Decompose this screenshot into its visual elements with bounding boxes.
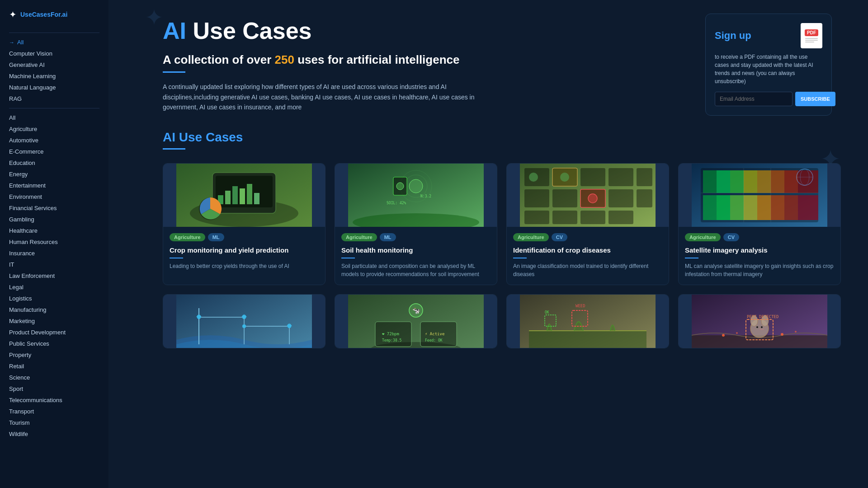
brand-name[interactable]: UseCasesFor.ai — [20, 11, 67, 18]
use-case-card[interactable]: AgricultureMLPrecision irrigation manage… — [163, 294, 326, 348]
sidebar-industry-legal[interactable]: Legal — [0, 282, 108, 293]
sidebar-industry-telecommunications[interactable]: Telecommunications — [0, 394, 108, 406]
use-case-card[interactable]: SOIL: 42% N:3.2 AgricultureMLSoil health… — [335, 163, 497, 285]
section-title: AI Use Cases — [163, 130, 841, 145]
svg-text:WEED: WEED — [576, 304, 585, 308]
sidebar-item-label: Retail — [9, 363, 24, 370]
sidebar-item-label: Science — [9, 374, 30, 381]
card-tags: AgricultureCV — [513, 233, 662, 241]
hero-description: A continually updated list exploring how… — [163, 82, 488, 112]
svg-rect-52 — [717, 195, 730, 220]
sidebar-industry-e-commerce[interactable]: E-Commerce — [0, 146, 108, 157]
card-title-underline — [513, 258, 527, 258]
sidebar-industry-agriculture[interactable]: Agriculture — [0, 123, 108, 135]
email-input[interactable] — [715, 92, 793, 106]
card-tag[interactable]: CV — [552, 233, 567, 241]
use-case-card[interactable]: WEED OK AgricultureCVWeed detection and … — [506, 294, 669, 348]
sidebar-industry-logistics[interactable]: Logistics — [0, 293, 108, 304]
title-rest: Use Cases — [186, 18, 312, 44]
sidebar-item-label: Telecommunications — [9, 397, 62, 404]
subscribe-button[interactable]: SUBSCRIBE — [795, 92, 835, 106]
sidebar-industry-marketing[interactable]: Marketing — [0, 315, 108, 327]
sidebar-industry-tourism[interactable]: Tourism — [0, 417, 108, 428]
sidebar-item-label: RAG — [9, 95, 22, 102]
sidebar-industry-education[interactable]: Education — [0, 157, 108, 169]
use-case-card[interactable]: AgricultureCVSatellite imagery analysisM… — [678, 163, 841, 285]
sidebar-ai-all[interactable]: →All — [0, 37, 108, 48]
sidebar-industry-healthcare[interactable]: Healthcare — [0, 225, 108, 236]
sidebar-item-label: Automotive — [9, 137, 38, 144]
sidebar-industry-wildlife[interactable]: Wildlife — [0, 428, 108, 440]
sidebar-item-label: Product Development — [9, 329, 66, 336]
svg-text:🐄: 🐄 — [412, 307, 420, 314]
card-tag[interactable]: CV — [723, 233, 739, 241]
card-title: Satellite imagery analysis — [685, 246, 834, 255]
svg-rect-54 — [744, 195, 757, 220]
card-image: PEST DETECTED — [679, 295, 840, 348]
logo-star-icon: ✦ — [9, 9, 17, 20]
sidebar-item-label: Human Resources — [9, 239, 58, 245]
sidebar-item-label: All — [17, 39, 24, 46]
card-tag[interactable]: Agriculture — [685, 233, 721, 241]
sidebar-industry-sport[interactable]: Sport — [0, 383, 108, 394]
use-case-card[interactable]: PEST DETECTED AgricultureCVPest identifi… — [678, 294, 841, 348]
signup-header: Sign up PDF — [715, 23, 822, 48]
sidebar-industry-energy[interactable]: Energy — [0, 169, 108, 180]
sidebar-item-label: Logistics — [9, 295, 32, 302]
sidebar-item-label: Agriculture — [9, 126, 37, 132]
sidebar-ai-rag[interactable]: RAG — [0, 93, 108, 104]
card-tag[interactable]: Agriculture — [341, 233, 377, 241]
svg-point-40 — [588, 194, 597, 203]
sidebar-divider-mid — [9, 108, 99, 108]
sidebar-industry-insurance[interactable]: Insurance — [0, 248, 108, 259]
svg-text:Temp:38.5: Temp:38.5 — [382, 338, 402, 343]
svg-rect-10 — [254, 193, 259, 204]
sidebar-industry-gambling[interactable]: Gambling — [0, 214, 108, 225]
card-title: Crop monitoring and yield prediction — [170, 246, 319, 255]
sidebar-industry-science[interactable]: Science — [0, 372, 108, 383]
use-case-card[interactable]: AgricultureMLCrop monitoring and yield p… — [163, 163, 326, 285]
sidebar-ai-generative-ai[interactable]: Generative AI — [0, 59, 108, 70]
sidebar-industry-property[interactable]: Property — [0, 349, 108, 361]
hero-subtitle-end: uses for artificial intelligence — [294, 53, 460, 66]
sidebar-industry-product-development[interactable]: Product Development — [0, 327, 108, 338]
sidebar-industry-manufacturing[interactable]: Manufacturing — [0, 304, 108, 315]
sidebar-industry-it[interactable]: IT — [0, 259, 108, 270]
sidebar-item-label: E-Commerce — [9, 148, 44, 155]
svg-rect-45 — [730, 170, 744, 193]
sidebar-item-label: Transport — [9, 408, 34, 415]
sidebar-item-label: Sport — [9, 385, 23, 392]
sidebar-industry-automotive[interactable]: Automotive — [0, 135, 108, 146]
sidebar-item-label: Environment — [9, 193, 42, 200]
card-tag[interactable]: ML — [380, 233, 396, 241]
sidebar-industry-all[interactable]: All — [0, 112, 108, 123]
card-tag[interactable]: Agriculture — [513, 233, 549, 241]
cards-grid-row1: AgricultureMLCrop monitoring and yield p… — [163, 163, 841, 285]
svg-rect-46 — [744, 170, 757, 193]
card-image — [507, 164, 669, 227]
sidebar-ai-machine-learning[interactable]: Machine Learning — [0, 70, 108, 82]
sidebar-industry-retail[interactable]: Retail — [0, 361, 108, 372]
sidebar-industry-public-services[interactable]: Public Services — [0, 338, 108, 349]
sidebar-ai-computer-vision[interactable]: Computer Vision — [0, 48, 108, 59]
sidebar-industry-financial-services[interactable]: Financial Services — [0, 202, 108, 214]
sidebar-industry-environment[interactable]: Environment — [0, 191, 108, 202]
svg-point-103 — [781, 333, 783, 336]
svg-rect-35 — [609, 211, 633, 224]
sidebar-ai-natural-language[interactable]: Natural Language — [0, 82, 108, 93]
svg-rect-53 — [730, 195, 744, 220]
card-image: ❤ 72bpm Temp:38.5 ⚡ Active Feed: OK 🐄 — [335, 295, 497, 348]
use-case-card[interactable]: AgricultureCVIdentification of crop dise… — [506, 163, 669, 285]
card-description: Soil particulate and composition can be … — [341, 262, 491, 278]
sidebar-industry-law-enforcement[interactable]: Law Enforcement — [0, 270, 108, 282]
card-tag[interactable]: ML — [208, 233, 224, 241]
sidebar-item-label: Legal — [9, 284, 24, 291]
card-tag[interactable]: Agriculture — [170, 233, 205, 241]
sidebar-item-label: Energy — [9, 171, 28, 178]
sidebar-item-label: All — [9, 114, 15, 121]
sidebar-industry-transport[interactable]: Transport — [0, 406, 108, 417]
sidebar-industry-entertainment[interactable]: Entertainment — [0, 180, 108, 191]
use-case-card[interactable]: ❤ 72bpm Temp:38.5 ⚡ Active Feed: OK 🐄 Ag… — [335, 294, 497, 348]
signup-form: SUBSCRIBE — [715, 92, 822, 106]
sidebar-industry-human-resources[interactable]: Human Resources — [0, 236, 108, 248]
